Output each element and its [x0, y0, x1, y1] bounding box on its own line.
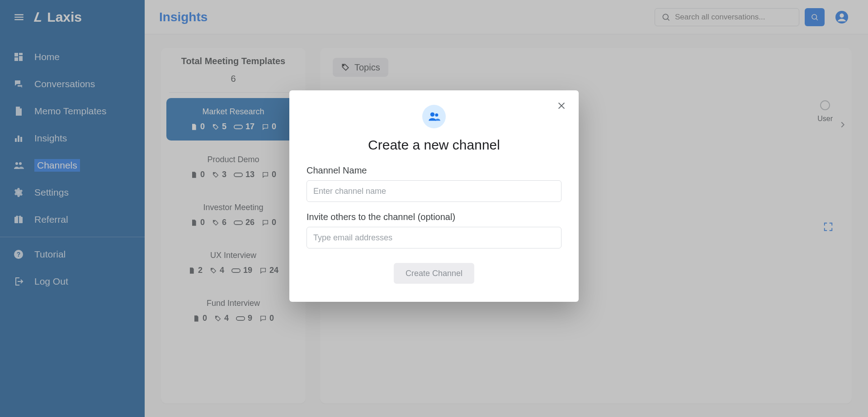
create-channel-button[interactable]: Create Channel	[394, 263, 474, 284]
modal-title: Create a new channel	[307, 137, 561, 153]
channel-name-label: Channel Name	[307, 165, 561, 176]
modal-hero-icon	[422, 105, 446, 128]
svg-point-34	[430, 112, 434, 117]
close-icon	[557, 101, 566, 111]
modal-close-button[interactable]	[554, 98, 569, 113]
svg-point-35	[435, 113, 438, 117]
invite-input[interactable]	[307, 227, 561, 248]
modal-overlay[interactable]: Create a new channel Channel Name Invite…	[0, 0, 868, 417]
invite-label: Invite others to the channel (optional)	[307, 212, 561, 222]
group-icon	[428, 110, 440, 123]
create-channel-modal: Create a new channel Channel Name Invite…	[289, 90, 579, 302]
channel-name-input[interactable]	[307, 180, 561, 202]
